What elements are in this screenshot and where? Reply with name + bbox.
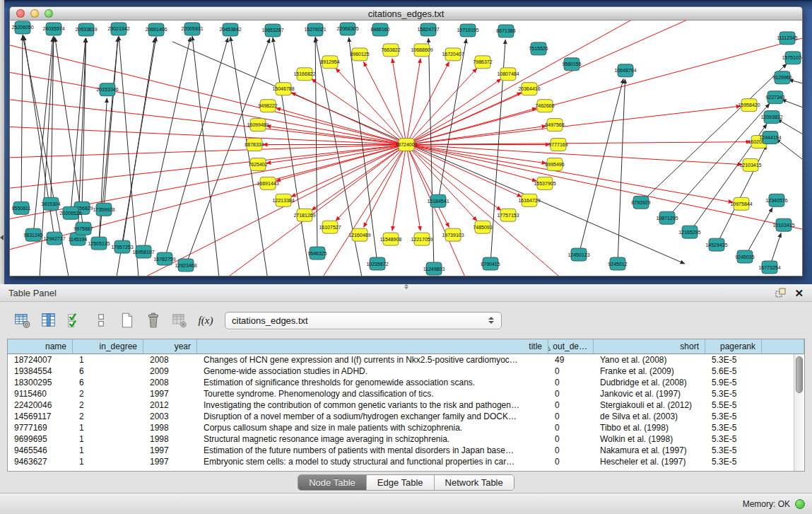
table-row[interactable]: 1456911722003Disruption of a novel membe… (8, 411, 794, 422)
new-table-button[interactable] (117, 310, 137, 330)
select-columns-button[interactable] (65, 310, 85, 330)
column-header-in-degree[interactable]: in_degree (73, 339, 143, 354)
graph-edge[interactable] (406, 145, 733, 203)
graph-edge[interactable] (276, 108, 406, 145)
graph-node[interactable]: 9777169 (548, 139, 567, 151)
graph-node[interactable]: 7986372 (473, 56, 492, 69)
graph-node[interactable]: 8912954 (320, 56, 339, 69)
graph-node[interactable]: 12923468 (175, 259, 196, 271)
table-row[interactable]: 2242004622012Investigating the contribut… (8, 399, 794, 411)
graph-node[interactable]: 8793929 (631, 196, 650, 209)
graph-node[interactable]: 10648794 (614, 64, 636, 77)
graph-node[interactable]: 8466160 (370, 23, 389, 36)
graph-edge[interactable] (406, 145, 449, 228)
scrollbar-thumb[interactable] (796, 356, 803, 393)
graph-node[interactable]: 8878334 (245, 139, 264, 151)
graph-node[interactable]: 15046788 (272, 83, 294, 95)
graph-edge[interactable] (782, 100, 802, 114)
graph-node[interactable]: 20206526 (59, 206, 81, 219)
close-window-button[interactable] (16, 9, 25, 18)
graph-node[interactable]: 3915304 (41, 197, 60, 210)
graph-node[interactable]: 15751074 (782, 52, 802, 64)
graph-edge[interactable] (230, 37, 271, 276)
graph-node[interactable]: 9498222 (258, 100, 277, 112)
table-row[interactable]: 977716911998Corpus callosum shape and si… (8, 422, 794, 433)
graph-node[interactable]: 10103415 (772, 218, 794, 231)
graph-edge[interactable] (186, 38, 270, 265)
table-row[interactable]: 1872400712008Changes of HCN gene express… (8, 354, 794, 366)
show-columns-button[interactable] (39, 310, 59, 330)
graph-node[interactable]: 20153346 (96, 83, 118, 96)
tab-node-table[interactable]: Node Table (298, 475, 367, 490)
column-header-year[interactable]: year (143, 339, 197, 354)
graph-edge[interactable] (104, 37, 118, 209)
graph-edge[interactable] (406, 142, 751, 145)
graph-edge[interactable] (776, 139, 802, 173)
graph-node[interactable]: 23021342 (107, 23, 129, 35)
graph-node[interactable]: 12444194 (759, 132, 781, 144)
collapse-arrow-icon[interactable] (0, 235, 4, 240)
graph-node[interactable]: 12103415 (739, 158, 761, 171)
graph-edge[interactable] (312, 145, 406, 211)
table-selector-combo[interactable]: citations_edges.txt (225, 312, 502, 329)
graph-edge[interactable] (406, 62, 449, 145)
graph-node[interactable]: 8671388 (496, 25, 515, 37)
column-header-out-de-[interactable]: △ out_de… (548, 339, 594, 354)
row-height-button[interactable] (91, 310, 111, 330)
graph-edge[interactable] (717, 145, 767, 245)
graph-node[interactable]: 7515526 (529, 42, 548, 55)
graph-edge[interactable] (363, 145, 406, 228)
graph-node[interactable]: 12165295 (678, 226, 700, 238)
graph-edge[interactable] (172, 42, 685, 264)
graph-node[interactable]: 10719195 (457, 24, 478, 37)
graph-node[interactable]: 11112345 (777, 32, 798, 45)
graph-node[interactable]: 7462666 (535, 100, 554, 112)
graph-node[interactable]: 12340576 (765, 194, 787, 206)
graph-node[interactable]: 16164729 (518, 194, 540, 206)
graph-node[interactable]: 9129966 (772, 71, 792, 84)
graph-node[interactable]: 10235672 (366, 257, 388, 270)
graph-node[interactable]: 11548908 (380, 233, 402, 245)
graph-node[interactable]: 20533819 (75, 23, 97, 36)
graph-node[interactable]: 12093832 (760, 111, 782, 124)
graph-node[interactable]: 25206050 (11, 21, 33, 34)
graph-node[interactable]: 16720407 (442, 48, 464, 61)
vertical-scrollbar[interactable] (794, 354, 804, 471)
graph-node[interactable]: 24035574 (42, 23, 64, 35)
table-settings-button[interactable] (13, 310, 33, 330)
float-panel-icon[interactable] (775, 287, 786, 298)
graph-node[interactable]: 16958107 (132, 245, 154, 258)
table-row[interactable]: 1830029562008Estimation of significance … (8, 377, 794, 388)
graph-node[interactable]: 7625402 (248, 158, 267, 170)
graph-node[interactable]: 12450123 (567, 248, 589, 261)
graph-node[interactable]: 16782759 (153, 252, 175, 265)
graph-node[interactable]: 10653287 (261, 24, 283, 37)
column-header-short[interactable]: short (594, 339, 705, 354)
table-row[interactable]: 946554611997Estimation of the future num… (8, 445, 794, 456)
graph-edge[interactable] (363, 62, 406, 145)
graph-node[interactable]: 15824737 (417, 23, 439, 36)
column-header-pagerank[interactable]: pagerank (705, 339, 762, 354)
graph-node[interactable]: 9546325 (307, 247, 326, 259)
graph-edge[interactable] (71, 38, 86, 213)
graph-node[interactable]: 10807484 (497, 68, 519, 81)
graph-node[interactable]: 7485093 (473, 221, 492, 233)
graph-node[interactable]: 9975887 (73, 222, 93, 235)
column-header-title[interactable]: title (197, 339, 548, 354)
table-row[interactable]: 969969511998Structural magnetic resonanc… (8, 433, 794, 445)
panel-resize-handle[interactable] (403, 284, 410, 289)
graph-node[interactable]: 16773254 (758, 261, 780, 274)
graph-node[interactable]: 8960125 (350, 48, 369, 61)
graph-node[interactable]: 12217059 (411, 233, 433, 245)
graph-node[interactable]: 15184541 (427, 194, 449, 207)
graph-node[interactable]: 12213384 (272, 194, 294, 206)
graph-edge[interactable] (55, 37, 83, 228)
tab-edge-table[interactable]: Edge Table (367, 475, 435, 490)
graph-node[interactable]: 15958420 (738, 99, 760, 112)
tab-network-table[interactable]: Network Table (435, 475, 514, 490)
graph-node[interactable]: 9560156 (562, 58, 581, 71)
table-row[interactable]: 946362711997Embryonic stem cells: a mode… (8, 456, 794, 467)
graph-edge[interactable] (406, 145, 536, 182)
graph-edge[interactable] (315, 38, 317, 253)
graph-edge[interactable] (406, 108, 536, 145)
